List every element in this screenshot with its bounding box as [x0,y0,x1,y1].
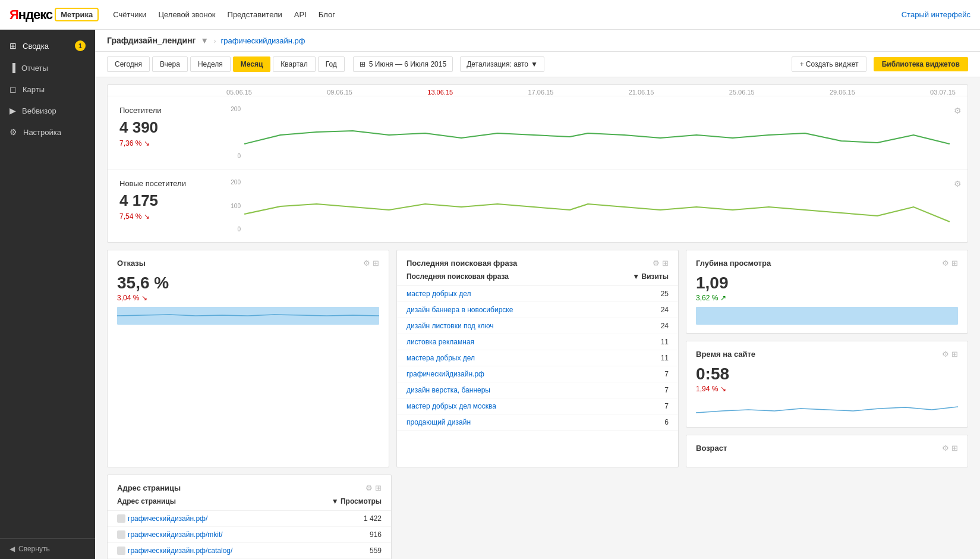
search-row-5[interactable]: мастера добрых дел 11 [397,350,678,366]
down-icon: ↘ [141,294,147,302]
search-visits-9: 6 [664,418,669,426]
site-url[interactable]: графическийдизайн.рф [221,36,305,45]
depth-minibar [696,307,958,325]
main-content: Графдизайн_лендинг ▼ › графическийдизайн… [95,30,980,559]
search-phrase-1[interactable]: мастер добрых дел [407,290,471,298]
search-phrase-6[interactable]: графическийдизайн.рф [407,370,484,378]
search-visits-8: 7 [664,402,669,410]
bottom-row: Адрес страницы ⚙ ⊞ Адрес страницы ▼ Прос… [107,475,968,559]
site-name-dropdown[interactable]: Графдизайн_лендинг ▼ [107,36,209,45]
new-visitors-change: 7,54 % ↘ [119,212,209,221]
sidebar-collapse-btn[interactable]: ◀ Свернуть [0,538,95,559]
age-title: Возраст [696,444,727,453]
main-nav: Счётчики Целевой звонок Представители AP… [113,10,335,19]
detail-dropdown[interactable]: Детализация: авто ▼ [460,56,544,72]
address-row-2[interactable]: графическийдизайн.рф/mkit/ 916 [108,527,391,543]
chart-new-visitors-visual: ⚙ 200 100 0 [220,179,968,233]
address-url-1[interactable]: графическийдизайн.рф/ [117,514,207,523]
date-label-6: 25.06.15 [729,89,755,96]
search-row-1[interactable]: мастер добрых дел 25 [397,286,678,302]
time-icons[interactable]: ⚙ ⊞ [942,350,958,359]
address-title: Адрес страницы [117,483,181,492]
y-zero-new: 0 [226,226,241,233]
widget-address-page: Адрес страницы ⚙ ⊞ Адрес страницы ▼ Прос… [107,475,392,559]
new-visitors-chart-svg [244,181,950,229]
sidebar-item-maps[interactable]: ◻ Карты [0,78,95,100]
search-phrase-8[interactable]: мастер добрых дел москва [407,402,496,410]
search-phrase-3[interactable]: дизайн листовки под ключ [407,322,494,330]
search-row-2[interactable]: дизайн баннера в новосибирске 24 [397,302,678,318]
y-max-new: 200 [226,179,241,186]
address-url-2[interactable]: графическийдизайн.рф/mkit/ [117,530,223,539]
address-row-1[interactable]: графическийдизайн.рф/ 1 422 [108,511,391,527]
search-row-4[interactable]: листовка рекламная 11 [397,334,678,350]
search-visits-7: 7 [664,386,669,394]
search-phrase-5[interactable]: мастера добрых дел [407,354,475,362]
search-row-8[interactable]: мастер добрых дел москва 7 [397,398,678,414]
chevron-left-icon: ◀ [10,545,15,553]
search-phrase-9[interactable]: продающий дизайн [407,418,471,426]
last-search-table-header: Последняя поисковая фраза ▼ Визиты [397,268,678,286]
widget-otkazy-header: Отказы ⚙ ⊞ [117,259,379,268]
date-label-2: 09.06.15 [327,89,352,96]
search-phrase-4[interactable]: листовка рекламная [407,338,474,346]
date-label-4: 17.06.15 [528,89,553,96]
period-yesterday-btn[interactable]: Вчера [152,56,188,72]
sidebar-label-reports: Отчеты [21,64,48,73]
metrika-badge[interactable]: Метрика [55,8,99,21]
y-max-visitors: 200 [226,106,241,112]
otkazy-title: Отказы [117,259,146,268]
age-icons[interactable]: ⚙ ⊞ [942,444,958,453]
date-label-5: 21.06.15 [629,89,654,96]
chart-new-visitors-meta: Новые посетители 4 175 7,54 % ↘ [108,179,220,233]
search-row-9[interactable]: продающий дизайн 6 [397,414,678,431]
last-search-icons[interactable]: ⚙ ⊞ [653,259,669,268]
period-quarter-btn[interactable]: Квартал [273,56,315,72]
period-year-btn[interactable]: Год [318,56,345,72]
create-widget-btn[interactable]: + Создать виджет [792,56,866,72]
up-icon: ↗ [720,294,726,302]
address-row-3[interactable]: графическийдизайн.рф/catalog/ 559 [108,543,391,559]
nav-counters[interactable]: Счётчики [113,10,146,19]
otkazy-value: 35,6 % [117,274,379,293]
search-phrase-2[interactable]: дизайн баннера в новосибирске [407,306,513,314]
time-value: 0:58 [696,365,958,384]
nav-calls[interactable]: Целевой звонок [158,10,215,19]
down-arrow-icon-2: ↘ [144,212,150,221]
sidebar-badge-svodka: 1 [75,40,86,51]
home-icon: ⊞ [10,41,17,51]
search-row-7[interactable]: дизайн верстка, баннеры 7 [397,382,678,398]
period-week-btn[interactable]: Неделя [190,56,231,72]
otkazy-change: 3,04 % ↘ [117,294,379,302]
visitors-value: 4 390 [119,118,209,137]
age-header: Возраст ⚙ ⊞ [696,444,958,453]
search-visits-1: 25 [661,290,669,298]
library-btn[interactable]: Библиотека виджетов [874,57,968,71]
sidebar-item-settings[interactable]: ⚙ Настройка [0,121,95,143]
sidebar: ⊞ Сводка 1 ▐ Отчеты ◻ Карты ▶ Вебвизор ⚙… [0,30,95,559]
period-month-btn[interactable]: Месяц [233,56,271,72]
depth-icons[interactable]: ⚙ ⊞ [942,259,958,268]
y-100-new: 100 [226,203,241,209]
otkazy-icons[interactable]: ⚙ ⊞ [363,259,379,268]
sidebar-item-webvisor[interactable]: ▶ Вебвизор [0,100,95,121]
nav-representatives[interactable]: Представители [228,10,282,19]
period-today-btn[interactable]: Сегодня [107,56,150,72]
detail-label: Детализация: авто [467,60,528,68]
chart-dates-row: 05.06.15 09.06.15 13.06.15 17.06.15 21.0… [108,85,968,96]
sidebar-item-svodka[interactable]: ⊞ Сводка 1 [0,34,95,57]
search-row-6[interactable]: графическийдизайн.рф 7 [397,366,678,382]
old-interface-link[interactable]: Старый интерфейс [902,10,970,19]
nav-blog[interactable]: Блог [319,10,335,19]
depth-chart-svg [696,307,958,325]
address-url-3[interactable]: графическийдизайн.рф/catalog/ [117,547,232,555]
search-phrase-7[interactable]: дизайн верстка, баннеры [407,386,490,394]
search-row-3[interactable]: дизайн листовки под ключ 24 [397,318,678,334]
sidebar-item-reports[interactable]: ▐ Отчеты [0,57,95,78]
address-icons[interactable]: ⚙ ⊞ [365,483,382,492]
time-header: Время на сайте ⚙ ⊞ [696,350,958,359]
new-visitors-value: 4 175 [119,191,209,210]
date-range-picker[interactable]: ⊞ 5 Июня — 6 Июля 2015 [353,56,453,72]
widgets-row-1: Отказы ⚙ ⊞ 35,6 % 3,04 % ↘ Последняя п [107,250,968,467]
nav-api[interactable]: API [294,10,307,19]
